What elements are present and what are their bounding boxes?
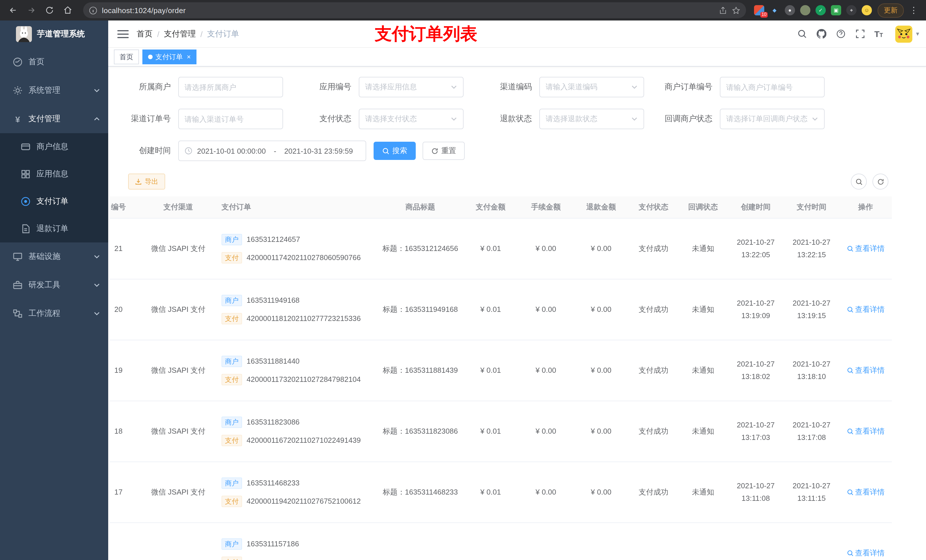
breadcrumb-home[interactable]: 首页 — [137, 29, 153, 39]
pay-tag: 支付 — [221, 313, 242, 324]
extensions-pin-icon[interactable]: ⌖ — [846, 5, 856, 15]
sidebar-item-refund-order[interactable]: 退款订单 — [0, 215, 108, 242]
refund-status-select[interactable]: 请选择退款状态 — [539, 109, 644, 129]
view-detail-link[interactable]: 查看详情 — [847, 365, 885, 375]
pay-tag: 支付 — [221, 556, 242, 560]
bookmark-star-icon[interactable] — [732, 6, 740, 15]
search-icon — [847, 306, 853, 313]
user-avatar[interactable] — [896, 25, 912, 42]
paid-cell: 2021-10-2713:19:15 — [784, 279, 840, 340]
sidebar-item-system[interactable]: 系统管理 — [0, 76, 108, 105]
table-toolbar: 导出 — [128, 174, 926, 190]
browser-menu-icon[interactable]: ⋮ — [907, 5, 920, 15]
extension-check-icon[interactable]: ✓ — [816, 5, 826, 15]
merchant-input[interactable] — [178, 77, 283, 97]
view-detail-label: 查看详情 — [855, 243, 885, 254]
extension-chat-icon[interactable]: ▣ — [831, 5, 841, 15]
export-button[interactable]: 导出 — [128, 174, 165, 190]
date-end[interactable]: 2021-10-31 23:59:59 — [284, 146, 353, 155]
merchant-order-no-input[interactable] — [720, 77, 825, 97]
search-icon — [855, 178, 862, 185]
github-icon[interactable] — [816, 29, 826, 39]
refund-cell: ¥ 0.00 — [573, 218, 629, 279]
profile-avatar-icon[interactable]: ☺ — [862, 5, 872, 15]
table-row: 19 微信 JSAPI 支付 商户 1635311881440 支付 42000… — [110, 340, 892, 401]
sidebar-item-dev-tools[interactable]: 研发工具 — [0, 271, 108, 299]
chevron-down-icon[interactable]: ▾ — [916, 30, 919, 38]
view-detail-link[interactable]: 查看详情 — [847, 426, 885, 436]
browser-reload-button[interactable] — [42, 3, 57, 18]
field-label: 渠道订单号 — [110, 114, 178, 124]
address-bar[interactable]: localhost:1024/pay/order — [83, 2, 746, 18]
extension-gray-icon[interactable]: ● — [785, 5, 795, 15]
browser-back-button[interactable] — [6, 3, 21, 18]
share-icon[interactable] — [719, 6, 727, 15]
extension-olive-icon[interactable] — [800, 5, 810, 15]
font-size-icon[interactable]: TT — [874, 29, 883, 39]
pay-order-cell: 商户 1635311949168 支付 42000011812021102777… — [212, 279, 378, 340]
search-button[interactable]: 搜索 — [374, 142, 416, 160]
filter-row-2: 渠道订单号 支付状态 请选择支付状态 退款状态 — [110, 109, 926, 129]
channel-code-select[interactable]: 请输入渠道编码 — [539, 77, 644, 97]
create-time-range-picker[interactable]: 2021-10-01 00:00:00 - 2021-10-31 23:59:5… — [178, 140, 366, 161]
view-detail-link[interactable]: 查看详情 — [847, 243, 885, 254]
site-info-icon[interactable] — [89, 6, 97, 15]
merchant-input-field[interactable] — [185, 83, 277, 91]
order-id-cell: 19 — [110, 340, 144, 401]
date-start[interactable]: 2021-10-01 00:00:00 — [197, 146, 266, 155]
status-cell: 支付成功 — [629, 401, 678, 462]
sidebar-item-workflow[interactable]: 工作流程 — [0, 299, 108, 328]
tab-pay-order[interactable]: 支付订单 × — [142, 50, 197, 64]
extension-puzzle-icon[interactable]: 10 — [754, 5, 764, 15]
view-detail-link[interactable]: 查看详情 — [847, 304, 885, 314]
sidebar-item-app-info[interactable]: 应用信息 — [0, 160, 108, 188]
sidebar-item-merchant-info[interactable]: 商户信息 — [0, 133, 108, 160]
view-detail-label: 查看详情 — [855, 426, 885, 436]
chevron-down-icon — [451, 116, 457, 122]
sidebar-item-home[interactable]: 首页 — [0, 48, 108, 76]
extension-drop-icon[interactable]: ◆ — [769, 5, 780, 15]
paid-cell: 2021-10-2713:11:15 — [784, 462, 840, 522]
filter-channel-code: 渠道编码 请输入渠道编码 — [471, 77, 652, 97]
channel-order-no-field[interactable] — [185, 115, 277, 123]
fee-cell: ¥ 0.00 — [518, 340, 573, 401]
select-placeholder: 请选择应用信息 — [365, 82, 451, 92]
download-icon — [135, 178, 142, 185]
url-text[interactable]: localhost:1024/pay/order — [102, 6, 714, 15]
browser-home-button[interactable] — [61, 3, 75, 18]
refund-cell — [573, 522, 629, 560]
sidebar-item-payment[interactable]: ¥ 支付管理 — [0, 105, 108, 133]
view-detail-link[interactable]: 查看详情 — [847, 548, 885, 558]
notify-cell: 未通知 — [678, 401, 728, 462]
browser-update-button[interactable]: 更新 — [878, 3, 904, 17]
merchant-tag: 商户 — [221, 355, 242, 367]
channel-order-no-input[interactable] — [178, 109, 283, 129]
notify-status-select[interactable]: 请选择订单回调商户状态 — [720, 109, 825, 129]
breadcrumb-payment[interactable]: 支付管理 — [164, 29, 196, 39]
merchant-order-no-field[interactable] — [726, 83, 819, 91]
browser-forward-button[interactable] — [24, 3, 39, 18]
sidebar-collapse-icon[interactable] — [117, 28, 129, 39]
sidebar-item-pay-order[interactable]: 支付订单 — [0, 188, 108, 215]
search-icon[interactable] — [797, 29, 807, 39]
tab-home[interactable]: 首页 — [114, 50, 139, 64]
view-detail-link[interactable]: 查看详情 — [847, 487, 885, 497]
fullscreen-icon[interactable] — [855, 29, 865, 39]
toggle-search-button[interactable] — [851, 174, 867, 190]
sidebar-item-infra[interactable]: 基础设施 — [0, 242, 108, 271]
channel-cell: 微信 JSAPI 支付 — [144, 279, 212, 340]
chevron-down-icon — [811, 116, 819, 122]
refund-cell: ¥ 0.00 — [573, 279, 629, 340]
app-id-select[interactable]: 请选择应用信息 — [359, 77, 464, 97]
monitor-icon — [12, 252, 23, 262]
pay-order-cell: 商户 1635311468233 支付 42000011942021102767… — [212, 462, 378, 522]
refresh-table-button[interactable] — [873, 174, 888, 190]
help-icon[interactable] — [835, 29, 846, 39]
user-menu[interactable]: ▾ — [896, 25, 919, 42]
created-cell: 2021-10-2713:17:03 — [728, 401, 784, 462]
pay-status-select[interactable]: 请选择支付状态 — [359, 109, 464, 129]
title-cell — [378, 522, 463, 560]
reset-button[interactable]: 重置 — [422, 142, 465, 160]
app-logo[interactable]: 芋道管理系统 — [0, 21, 108, 48]
close-icon[interactable]: × — [187, 53, 191, 61]
